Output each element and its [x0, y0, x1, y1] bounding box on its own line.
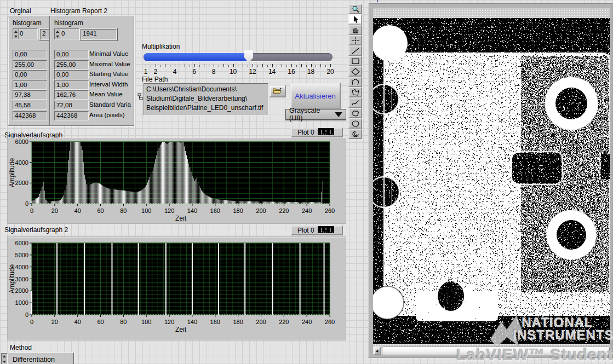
svg-text:220: 220 — [279, 207, 289, 214]
rectangle-tool-icon[interactable] — [348, 56, 362, 66]
slider-tick-labels: 1 2 4 6 8 10 12 14 16 18 20 — [146, 68, 330, 76]
method-ring[interactable]: Differentiation — [8, 353, 74, 364]
plot-style-icon — [318, 128, 334, 137]
row-label-maximal: Maximal Value — [89, 60, 133, 69]
imaq-tool-palette — [348, 4, 362, 139]
line-tool-icon[interactable] — [348, 45, 362, 56]
original-mean-value: 97,38 — [13, 90, 47, 100]
cursor-tool-icon[interactable] — [348, 14, 362, 25]
method-value: Differentiation — [8, 356, 55, 363]
svg-text:40: 40 — [75, 319, 81, 325]
update-button[interactable]: Aktualisieren — [290, 83, 341, 109]
image-display: ◄ — [368, 3, 613, 358]
annulus-tool-icon[interactable] — [348, 129, 362, 139]
row-label-starting: Starting Value — [89, 70, 133, 79]
path-type-icon — [138, 93, 143, 103]
graph1-plot[interactable]: 0200040006000020406080100120140160180200… — [8, 138, 346, 223]
svg-text:4000: 4000 — [15, 264, 28, 270]
report2-count-box[interactable]: 1941 — [79, 28, 118, 41]
multiplication-label: Multiplikation — [142, 43, 180, 50]
svg-text:100: 100 — [141, 319, 151, 325]
original-count-box[interactable]: 2 — [39, 28, 49, 41]
svg-text:Amplitude: Amplitude — [8, 158, 16, 188]
irregular-polygon-tool-icon[interactable] — [348, 87, 362, 97]
svg-text:4000: 4000 — [15, 159, 28, 166]
report2-stddev-value: 72,08 — [54, 101, 89, 110]
report2-index-spinner-arrows[interactable] — [55, 29, 60, 39]
original-histogram-label: histogram — [13, 19, 42, 27]
svg-text:80: 80 — [120, 207, 127, 214]
svg-text:6000: 6000 — [15, 240, 28, 246]
svg-text:6000: 6000 — [15, 138, 28, 145]
report2-index-spinner[interactable]: 0 — [54, 28, 79, 39]
colorspace-dropdown[interactable]: Grayscale (U8) — [285, 109, 346, 120]
svg-text:140: 140 — [187, 319, 197, 325]
point-tool-icon[interactable] — [348, 35, 362, 45]
slider-ticks-major — [146, 64, 331, 67]
original-stddev-value: 45,58 — [13, 101, 47, 110]
svg-text:140: 140 — [187, 207, 197, 214]
svg-text:Zeit: Zeit — [175, 215, 187, 222]
svg-text:2000: 2000 — [15, 287, 28, 294]
report2-max-value: 255,00 — [54, 60, 89, 70]
svg-text:0: 0 — [30, 319, 33, 325]
row-label-area: Area (pixels) — [89, 111, 133, 120]
folder-icon — [273, 86, 282, 96]
svg-text:120: 120 — [164, 207, 174, 214]
original-area-value: 442368 — [13, 111, 47, 120]
freehand-region-tool-icon[interactable] — [348, 108, 362, 118]
image-h-scrollbar[interactable]: ◄ — [373, 346, 610, 355]
row-label-mean: Mean Value — [89, 90, 133, 99]
browse-button[interactable] — [269, 85, 286, 97]
svg-text:240: 240 — [302, 207, 312, 214]
image-canvas[interactable] — [373, 18, 610, 344]
pan-tool-icon[interactable] — [348, 25, 362, 35]
oval-tool-icon[interactable] — [348, 118, 362, 129]
method-label: Method — [10, 344, 32, 351]
polygon-tool-icon[interactable] — [348, 77, 362, 87]
multiplication-slider-track[interactable] — [144, 53, 333, 61]
original-start-value: 0,00 — [13, 70, 47, 79]
report2-start-value: 0,00 — [54, 70, 89, 79]
original-index-spinner-arrows[interactable] — [13, 29, 19, 39]
multiplication-slider-fill — [144, 53, 249, 61]
svg-text:260: 260 — [325, 207, 335, 214]
svg-text:20: 20 — [51, 207, 58, 214]
svg-text:160: 160 — [210, 207, 220, 214]
image-top-strip — [373, 8, 610, 18]
original-cluster-label: Orginal — [10, 7, 31, 15]
graph2-legend[interactable]: Plot 0 — [291, 226, 343, 235]
svg-text:Zeit: Zeit — [175, 326, 187, 333]
report2-interval-value: 1,00 — [54, 80, 89, 90]
freehand-line-tool-icon[interactable] — [348, 97, 362, 108]
svg-text:80: 80 — [120, 319, 127, 325]
report2-mean-value: 162,76 — [54, 90, 89, 100]
original-index-spinner[interactable]: 0 — [13, 28, 38, 39]
row-label-stddev: Standard Varia — [89, 100, 133, 109]
row-label-minimal: Minimal Value — [89, 49, 133, 59]
report2-cluster-label: Histogram Report 2 — [50, 7, 107, 15]
original-index-value[interactable]: 0 — [19, 29, 37, 39]
report2-cluster: histogram 0 1941 0,00 255,00 0,00 1,00 1… — [49, 16, 134, 126]
method-spinner[interactable] — [1, 353, 8, 364]
report2-index-value[interactable]: 0 — [60, 29, 79, 39]
scrollbar-thumb[interactable] — [382, 346, 610, 355]
svg-text:260: 260 — [325, 319, 335, 325]
file-path-input[interactable]: C:\Users\Christian\Documents\ Studium\Di… — [144, 83, 268, 115]
svg-text:20: 20 — [51, 319, 58, 325]
zoom-tool-icon[interactable] — [348, 4, 362, 14]
chevron-down-icon — [335, 112, 342, 117]
graph1-legend[interactable]: Plot 0 — [291, 128, 343, 137]
svg-text:0: 0 — [25, 311, 28, 318]
rotated-rectangle-tool-icon[interactable] — [348, 66, 362, 77]
graph2-plot[interactable]: 0100020003000400050006000020406080100120… — [8, 237, 346, 340]
svg-text:60: 60 — [97, 319, 104, 325]
original-min-value: 0,00 — [13, 50, 47, 59]
pcb-image — [373, 18, 610, 343]
svg-text:220: 220 — [279, 319, 289, 325]
svg-text:Amplitude: Amplitude — [8, 264, 16, 294]
scrollbar-left-arrow[interactable]: ◄ — [373, 346, 381, 355]
svg-text:60: 60 — [97, 207, 104, 214]
graph1-container: 0200040006000020406080100120140160180200… — [7, 138, 346, 224]
svg-text:180: 180 — [233, 319, 243, 325]
